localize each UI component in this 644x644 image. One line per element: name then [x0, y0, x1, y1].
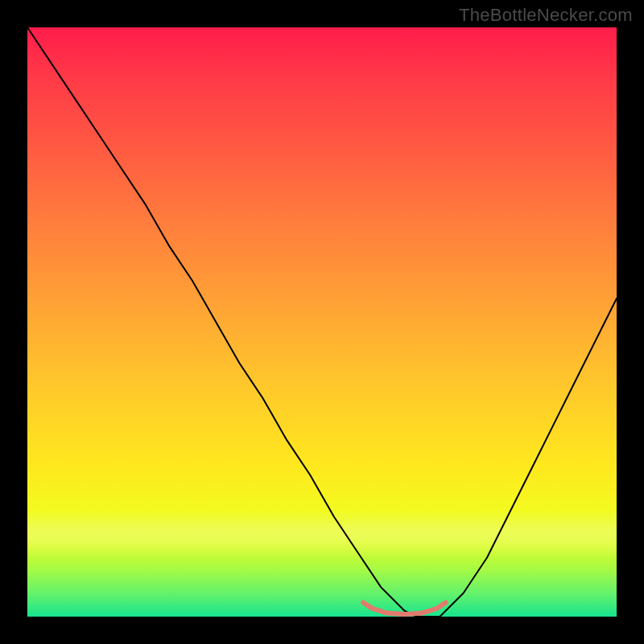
watermark-text: TheBottleNecker.com	[459, 5, 633, 26]
chart-container: TheBottleNecker.com	[0, 0, 644, 644]
plot-area	[27, 27, 617, 617]
heatmap-gradient-background	[27, 27, 617, 617]
